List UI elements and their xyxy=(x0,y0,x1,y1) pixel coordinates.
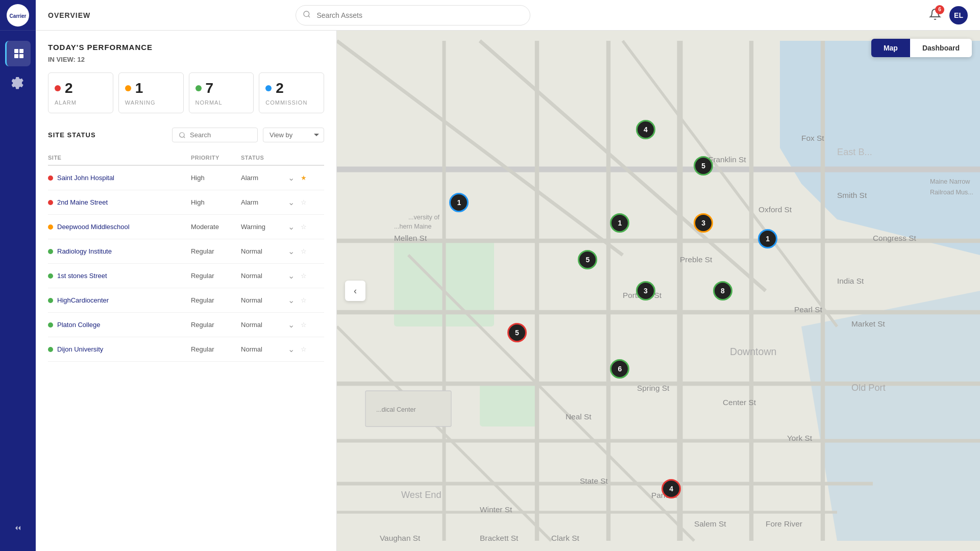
site-star-8[interactable]: ☆ xyxy=(301,345,307,353)
site-name-4[interactable]: Radiology Institute xyxy=(57,247,112,255)
site-expand-7[interactable]: ⌄ xyxy=(284,320,299,330)
site-name-cell-1: Saint John Hospital xyxy=(48,165,191,190)
site-expand-6[interactable]: ⌄ xyxy=(284,295,299,305)
svg-text:India St: India St xyxy=(837,277,864,285)
view-by-select[interactable]: View by Priority Status xyxy=(263,128,324,142)
sidebar-item-dashboard[interactable] xyxy=(5,41,31,66)
stat-top-commission: 2 xyxy=(265,80,284,96)
page-title: OVERVIEW xyxy=(48,11,90,19)
svg-text:Mellen St: Mellen St xyxy=(394,234,427,242)
site-star-5[interactable]: ☆ xyxy=(301,272,307,280)
carrier-logo-svg: Carrier xyxy=(9,6,27,24)
site-star-6[interactable]: ☆ xyxy=(301,296,307,304)
site-status-6: Normal xyxy=(241,288,284,313)
map-marker-m10[interactable]: 5 xyxy=(507,323,527,342)
map-marker-m4[interactable]: 1 xyxy=(610,213,629,233)
site-expand-3[interactable]: ⌄ xyxy=(284,222,299,232)
site-search-input[interactable] xyxy=(190,131,251,139)
site-name-cell-7: Platon College xyxy=(48,313,191,337)
site-priority-3: Moderate xyxy=(191,215,241,239)
map-marker-m3[interactable]: 1 xyxy=(449,193,469,212)
col-status: STATUS xyxy=(241,151,284,165)
gear-icon xyxy=(12,77,24,89)
svg-text:Congress St: Congress St xyxy=(873,234,916,242)
marker-circle-m1: 4 xyxy=(636,120,655,139)
header-right: 6 EL xyxy=(929,6,968,24)
site-actions-5: ⌄ ☆ xyxy=(284,264,324,288)
map-marker-m6[interactable]: 1 xyxy=(758,229,777,248)
sidebar-collapse-button[interactable] xyxy=(5,515,31,541)
site-name-3[interactable]: Deepwood Middleschool xyxy=(57,223,130,231)
site-expand-4[interactable]: ⌄ xyxy=(284,246,299,256)
site-priority-5: Regular xyxy=(191,264,241,288)
sidebar-item-settings[interactable] xyxy=(5,70,31,96)
svg-text:Pearl St: Pearl St xyxy=(794,305,822,314)
chevron-double-left-icon xyxy=(13,523,23,533)
dashboard-view-button[interactable]: Dashboard xyxy=(910,39,972,57)
site-priority-4: Regular xyxy=(191,239,241,264)
site-star-1[interactable]: ★ xyxy=(301,174,307,182)
marker-circle-m8: 3 xyxy=(636,281,655,300)
user-avatar[interactable]: EL xyxy=(949,6,968,24)
sidebar-nav xyxy=(5,31,31,515)
map-marker-m7[interactable]: 5 xyxy=(578,250,597,269)
svg-text:...dical Center: ...dical Center xyxy=(376,406,416,413)
grid-icon xyxy=(13,47,25,60)
stat-number-normal: 7 xyxy=(206,80,214,96)
site-expand-1[interactable]: ⌄ xyxy=(284,173,299,183)
site-status-3: Warning xyxy=(241,215,284,239)
site-actions-3: ⌄ ☆ xyxy=(284,215,324,239)
site-name-5[interactable]: 1st stones Street xyxy=(57,272,107,280)
map-marker-m5[interactable]: 3 xyxy=(694,213,713,233)
site-expand-2[interactable]: ⌄ xyxy=(284,197,299,207)
site-dot-2 xyxy=(48,200,53,205)
notifications-button[interactable]: 6 xyxy=(929,8,941,22)
site-expand-5[interactable]: ⌄ xyxy=(284,271,299,281)
site-priority-7: Regular xyxy=(191,313,241,337)
panel-content: TODAY'S PERFORMANCE IN VIEW: 12 2 ALARM … xyxy=(36,31,336,374)
site-star-3[interactable]: ☆ xyxy=(301,223,307,231)
search-container xyxy=(296,5,530,26)
stat-number-warning: 1 xyxy=(135,80,143,96)
site-name-6[interactable]: HighCardiocenter xyxy=(57,296,109,304)
logo-circle: Carrier xyxy=(7,4,29,27)
map-marker-m8[interactable]: 3 xyxy=(636,281,655,300)
header: OVERVIEW 6 EL xyxy=(36,0,980,31)
site-star-4[interactable]: ☆ xyxy=(301,247,307,255)
table-row: Dijon University Regular Normal ⌄ ☆ xyxy=(48,337,324,362)
map-marker-m1[interactable]: 4 xyxy=(636,120,655,139)
site-name-8[interactable]: Dijon University xyxy=(57,345,103,353)
stat-dot-warning xyxy=(125,85,131,91)
map-marker-m12[interactable]: 4 xyxy=(662,479,681,498)
stat-card-alarm: 2 ALARM xyxy=(48,72,113,113)
site-name-7[interactable]: Platon College xyxy=(57,321,101,329)
svg-text:Spring St: Spring St xyxy=(637,384,670,392)
svg-rect-4 xyxy=(14,54,18,58)
map-marker-m11[interactable]: 6 xyxy=(610,359,629,379)
map-svg: Franklin St Fox St Smith St Congress St … xyxy=(337,31,980,551)
search-input[interactable] xyxy=(296,5,530,26)
marker-circle-m10: 5 xyxy=(507,323,527,342)
site-search-icon xyxy=(179,132,186,139)
body-area: TODAY'S PERFORMANCE IN VIEW: 12 2 ALARM … xyxy=(36,31,980,551)
performance-title: TODAY'S PERFORMANCE xyxy=(48,43,324,52)
map-back-button[interactable]: ‹ xyxy=(345,281,365,301)
svg-text:Market St: Market St xyxy=(851,319,886,328)
svg-text:Railroad Mus...: Railroad Mus... xyxy=(930,189,973,196)
map-marker-m9[interactable]: 8 xyxy=(713,281,732,300)
site-star-7[interactable]: ☆ xyxy=(301,321,307,329)
site-dot-4 xyxy=(48,249,53,254)
map-marker-m2[interactable]: 5 xyxy=(694,156,713,176)
site-name-2[interactable]: 2nd Maine Street xyxy=(57,198,108,206)
sidebar-bottom xyxy=(5,515,31,551)
site-star-2[interactable]: ☆ xyxy=(301,198,307,206)
site-actions-6: ⌄ ☆ xyxy=(284,288,324,313)
svg-text:Clark St: Clark St xyxy=(551,534,579,542)
site-status-header: SITE STATUS View by Priority Status xyxy=(48,128,324,142)
map-view-button[interactable]: Map xyxy=(871,39,910,57)
site-name-1[interactable]: Saint John Hospital xyxy=(57,174,114,182)
logo[interactable]: Carrier xyxy=(0,0,36,31)
svg-rect-2 xyxy=(14,49,18,53)
site-expand-8[interactable]: ⌄ xyxy=(284,344,299,354)
marker-circle-m6: 1 xyxy=(758,229,777,248)
